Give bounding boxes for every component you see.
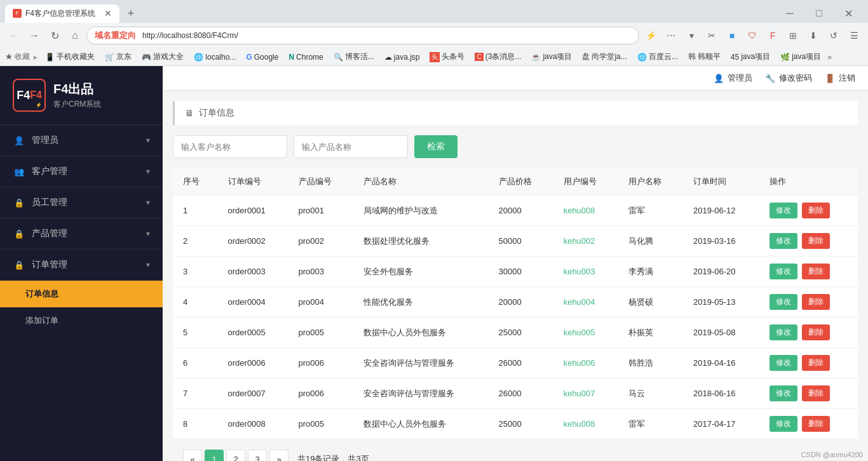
delete-button[interactable]: 删除 — [802, 355, 830, 371]
cell-user-no[interactable]: kehu007 — [553, 378, 618, 409]
header-user[interactable]: 👤 管理员 — [714, 72, 752, 84]
table-row: 6 order0006 pro006 安全咨询评估与管理服务 26000 keh… — [173, 348, 858, 378]
sidebar-item-product[interactable]: 🔒 产品管理 ▾ — [0, 218, 163, 250]
bookmark-csdn[interactable]: C(3条消息... — [471, 50, 525, 63]
minimize-button[interactable]: ─ — [775, 4, 804, 23]
ext-button1[interactable]: ■ — [723, 27, 741, 44]
edit-button[interactable]: 修改 — [770, 385, 797, 401]
browser-tab[interactable]: F F4客户信息管理系统 ✕ — [5, 4, 119, 23]
bookmark-toutiao[interactable]: 头头条号 — [426, 50, 468, 63]
customer-label: 客户管理 — [32, 166, 146, 177]
edit-button[interactable]: 修改 — [770, 416, 797, 432]
refresh-button[interactable]: ↻ — [46, 27, 64, 44]
header-change-pwd[interactable]: 🔧 修改密码 — [765, 72, 812, 84]
home-button[interactable]: ⌂ — [66, 27, 84, 44]
search-product-input[interactable] — [294, 135, 408, 158]
delete-button[interactable]: 删除 — [802, 416, 830, 432]
cell-user-no[interactable]: kehu008 — [553, 409, 618, 439]
table-row: 3 order0003 pro003 安全外包服务 30000 kehu003 … — [173, 257, 858, 287]
lightning-button[interactable]: ⚡ — [642, 27, 660, 44]
more-bookmarks[interactable]: » — [827, 53, 832, 62]
header-logout[interactable]: 🚪 注销 — [825, 72, 855, 84]
download-button[interactable]: ⬇ — [804, 27, 822, 44]
sidebar-item-customer[interactable]: 👥 客户管理 ▾ — [0, 156, 163, 187]
close-button[interactable]: ✕ — [834, 4, 863, 23]
sidebar: F4 ⚡ F4出品 客户CRM系统 👤 管理员 ▾ 👥 客户管理 ▾ 🔒 员工管… — [0, 66, 163, 461]
bookmark-games[interactable]: 🎮游戏大全 — [138, 50, 187, 63]
cell-user-no[interactable]: kehu003 — [553, 257, 618, 287]
edit-button[interactable]: 修改 — [770, 355, 797, 371]
product-arrow: ▾ — [146, 229, 150, 238]
tab-close-icon[interactable]: ✕ — [104, 8, 112, 18]
cell-user-no[interactable]: kehu002 — [553, 226, 618, 257]
logo-text: F4出品 客户CRM系统 — [53, 81, 101, 110]
edit-button[interactable]: 修改 — [770, 324, 797, 340]
pagination-page-1[interactable]: 1 — [205, 450, 224, 461]
bookmark-jd[interactable]: 🛒京东 — [101, 50, 135, 63]
new-tab-button[interactable]: + — [122, 4, 140, 22]
maximize-button[interactable]: □ — [804, 4, 834, 23]
bookmark-blog[interactable]: 🔍博客活... — [330, 50, 378, 63]
menu-button[interactable]: ☰ — [845, 27, 863, 44]
sidebar-sub-add-order[interactable]: 添加订单 — [0, 307, 163, 334]
bookmark-baidu[interactable]: 🌐百度云... — [634, 50, 682, 63]
delete-button[interactable]: 删除 — [802, 324, 830, 340]
pagination-page-2[interactable]: 2 — [226, 450, 245, 461]
undo-button[interactable]: ↺ — [825, 27, 843, 44]
cell-order-date: 2019-05-08 — [683, 317, 759, 348]
sidebar-item-admin[interactable]: 👤 管理员 ▾ — [0, 125, 163, 156]
bookmark-google[interactable]: GGoogle — [242, 51, 282, 63]
bookmark-han[interactable]: 韩韩顺平 — [684, 50, 724, 63]
sidebar-item-employee[interactable]: 🔒 员工管理 ▾ — [0, 187, 163, 218]
more-button[interactable]: ⋯ — [662, 27, 680, 44]
bookmark-chrome[interactable]: NChrome — [285, 51, 327, 63]
edit-button[interactable]: 修改 — [770, 264, 797, 279]
edit-button[interactable]: 修改 — [770, 294, 797, 310]
delete-button[interactable]: 删除 — [802, 385, 830, 401]
ext-button3[interactable]: F — [764, 27, 782, 44]
watermark: CSDN @anmu4200 — [801, 451, 863, 458]
pagination-prev[interactable]: « — [183, 450, 202, 461]
cell-price: 20000 — [489, 196, 553, 226]
cell-order-date: 2017-04-17 — [683, 409, 759, 439]
bookmark-java-jsp[interactable]: ☁java.jsp — [381, 51, 424, 63]
pagination-next[interactable]: » — [269, 450, 288, 461]
cell-user-no[interactable]: kehu005 — [553, 317, 618, 348]
forward-button[interactable]: → — [25, 27, 43, 44]
cell-user-no[interactable]: kehu004 — [553, 287, 618, 317]
delete-button[interactable]: 删除 — [802, 264, 830, 279]
cell-user-name: 杨贤硕 — [618, 287, 683, 317]
back-button[interactable]: ← — [5, 27, 23, 44]
bookmark-java45[interactable]: 45java项目 — [727, 50, 774, 63]
bookmarks-bar: ★ 收藏 ▸ 📱手机收藏夹 🛒京东 🎮游戏大全 🌐localho... GGoo… — [0, 48, 868, 66]
bookmark-java-green[interactable]: 🌿java项目 — [776, 50, 825, 63]
bookmark-shang[interactable]: 盘尚学堂ja... — [578, 50, 630, 63]
cell-seq: 8 — [173, 409, 218, 439]
dropdown-button[interactable]: ▾ — [682, 27, 700, 44]
bookmark-mobile[interactable]: 📱手机收藏夹 — [41, 50, 98, 63]
sidebar-sub-order-info[interactable]: 订单信息 — [0, 281, 163, 307]
search-customer-input[interactable] — [173, 135, 287, 158]
cell-user-no[interactable]: kehu008 — [553, 196, 618, 226]
cell-user-no[interactable]: kehu006 — [553, 348, 618, 378]
edit-button[interactable]: 修改 — [770, 233, 797, 249]
delete-button[interactable]: 删除 — [802, 233, 830, 249]
cell-seq: 5 — [173, 317, 218, 348]
page-title-icon: 🖥 — [185, 108, 194, 118]
cell-price: 25000 — [489, 317, 553, 348]
delete-button[interactable]: 删除 — [802, 203, 830, 218]
th-price: 产品价格 — [489, 168, 553, 196]
sidebar-item-order[interactable]: 🔒 订单管理 ▾ — [0, 250, 163, 281]
edit-button[interactable]: 修改 — [770, 203, 797, 218]
scissors-button[interactable]: ✂ — [703, 27, 721, 44]
cell-seq: 3 — [173, 257, 218, 287]
apps-button[interactable]: ⊞ — [784, 27, 802, 44]
ext-button2[interactable]: 🛡 — [743, 27, 761, 44]
address-bar[interactable]: 域名重定向 http://localhost:8080/F4Crm/ — [86, 27, 639, 44]
bookmark-java-project[interactable]: ☕java项目 — [527, 50, 576, 63]
table-row: 7 order0007 pro006 安全咨询评估与管理服务 26000 keh… — [173, 378, 858, 409]
search-button[interactable]: 检索 — [414, 135, 458, 158]
pagination-page-3[interactable]: 3 — [248, 450, 267, 461]
bookmark-local[interactable]: 🌐localho... — [190, 51, 240, 63]
delete-button[interactable]: 删除 — [802, 294, 830, 310]
